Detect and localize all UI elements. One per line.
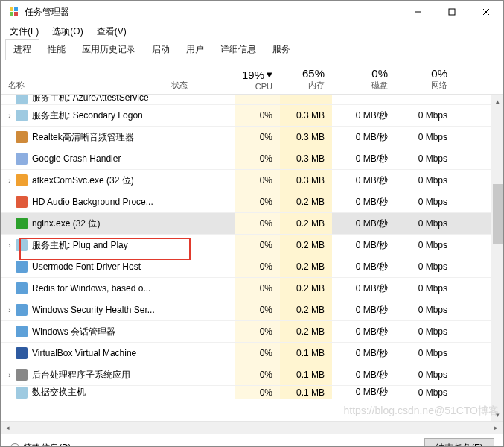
- process-row[interactable]: Usermode Font Driver Host0%0.2 MB0 MB/秒0…: [1, 256, 503, 278]
- process-disk: 0 MB/秒: [332, 148, 395, 169]
- process-cpu: 0%: [235, 299, 280, 320]
- process-network: 0 Mbps: [395, 213, 455, 234]
- chevron-up-icon: ˄: [10, 443, 20, 448]
- menu-bar: 文件(F) 选项(O) 查看(V): [1, 23, 503, 39]
- maximize-button[interactable]: [435, 1, 469, 23]
- process-disk: 0 MB/秒: [332, 386, 395, 399]
- process-row[interactable]: ›服务主机: Plug and Play0%0.2 MB0 MB/秒0 Mbps: [1, 235, 503, 256]
- process-row[interactable]: HD Audio Background Proce...0%0.2 MB0 MB…: [1, 191, 503, 213]
- process-row[interactable]: Redis for Windows, based o...0%0.2 MB0 M…: [1, 278, 503, 299]
- fewer-details-button[interactable]: ˄ 简略信息(D): [10, 442, 71, 447]
- tab-2[interactable]: 应用历史记录: [74, 39, 144, 60]
- process-name: VirtualBox Virtual Machine: [32, 348, 136, 358]
- expand-icon[interactable]: ›: [5, 177, 14, 185]
- horizontal-scrollbar[interactable]: ◂ ▸: [1, 421, 503, 434]
- col-status[interactable]: 状态: [168, 65, 235, 94]
- process-memory: 0.3 MB: [280, 148, 332, 169]
- process-name: 服务主机: Plug and Play: [32, 239, 128, 252]
- menu-options[interactable]: 选项(O): [49, 24, 86, 39]
- process-cpu: 0%: [235, 170, 280, 191]
- process-icon: [16, 369, 28, 381]
- expand-icon[interactable]: ›: [5, 112, 14, 120]
- vertical-scrollbar[interactable]: ▴ ▾: [491, 95, 503, 421]
- process-cpu: 0%: [235, 213, 280, 234]
- minimize-button[interactable]: [401, 1, 435, 23]
- process-row[interactable]: Google Crash Handler0%0.3 MB0 MB/秒0 Mbps: [1, 148, 503, 170]
- process-row[interactable]: 数据交换主机0%0.1 MB0 MB/秒0 Mbps: [1, 386, 503, 399]
- process-name: Windows 会话管理器: [32, 326, 115, 338]
- process-name: Google Crash Handler: [32, 153, 121, 164]
- tab-4[interactable]: 用户: [178, 39, 212, 60]
- tab-6[interactable]: 服务: [264, 39, 299, 60]
- process-network: 0 Mbps: [395, 148, 455, 169]
- process-cpu: 0%: [235, 235, 280, 256]
- process-row[interactable]: nginx.exe (32 位)0%0.2 MB0 MB/秒0 Mbps: [1, 213, 503, 235]
- process-icon: [16, 347, 28, 359]
- menu-file[interactable]: 文件(F): [7, 24, 42, 39]
- process-row[interactable]: ›服务主机: Secondary Logon0%0.3 MB0 MB/秒0 Mb…: [1, 105, 503, 127]
- process-network: 0 Mbps: [395, 127, 455, 148]
- tab-5[interactable]: 详细信息: [212, 39, 264, 60]
- process-cpu: 0%: [235, 105, 280, 126]
- scroll-left-button[interactable]: ◂: [2, 424, 13, 431]
- process-row[interactable]: Realtek高清晰音频管理器0%0.3 MB0 MB/秒0 Mbps: [1, 127, 503, 148]
- process-network: 0 Mbps: [395, 386, 455, 399]
- close-button[interactable]: [469, 1, 503, 23]
- col-name[interactable]: 名称: [1, 65, 168, 94]
- title-bar: 任务管理器: [1, 1, 503, 23]
- expand-icon[interactable]: ›: [5, 306, 14, 314]
- tab-0[interactable]: 进程: [5, 39, 39, 60]
- process-memory: 0.3 MB: [280, 105, 332, 126]
- process-memory: [280, 95, 332, 104]
- col-memory[interactable]: 65%内存: [280, 65, 332, 94]
- scrollbar-thumb[interactable]: [493, 184, 503, 244]
- tab-1[interactable]: 性能: [39, 39, 74, 60]
- col-network[interactable]: 0%网络: [395, 65, 455, 94]
- process-network: [395, 95, 455, 104]
- column-headers: 名称 状态 19%▾ CPU 65%内存 0%磁盘 0%网络: [1, 65, 503, 95]
- process-cpu: 0%: [235, 386, 280, 399]
- col-disk[interactable]: 0%磁盘: [332, 65, 395, 94]
- process-disk: 0 MB/秒: [332, 191, 395, 212]
- process-cpu: 0%: [235, 278, 280, 299]
- process-name: Windows Security Health Ser...: [32, 305, 155, 315]
- process-disk: 0 MB/秒: [332, 213, 395, 234]
- process-icon: [16, 387, 28, 399]
- process-row[interactable]: ›后台处理程序子系统应用0%0.1 MB0 MB/秒0 Mbps: [1, 364, 503, 386]
- process-disk: 0 MB/秒: [332, 299, 395, 320]
- process-row[interactable]: Windows 会话管理器0%0.2 MB0 MB/秒0 Mbps: [1, 321, 503, 343]
- scroll-down-button[interactable]: ▾: [491, 408, 503, 421]
- col-cpu[interactable]: 19%▾ CPU: [235, 65, 280, 94]
- process-row[interactable]: 服务主机: AzureAttestService: [1, 95, 503, 105]
- process-disk: 0 MB/秒: [332, 105, 395, 126]
- process-row[interactable]: VirtualBox Virtual Machine0%0.1 MB0 MB/秒…: [1, 343, 503, 364]
- process-name: 服务主机: AzureAttestService: [32, 95, 149, 104]
- process-cpu: 0%: [235, 343, 280, 364]
- process-disk: 0 MB/秒: [332, 343, 395, 364]
- process-name: nginx.exe (32 位): [32, 218, 100, 230]
- process-list[interactable]: 服务主机: AzureAttestService›服务主机: Secondary…: [1, 95, 503, 421]
- process-disk: 0 MB/秒: [332, 278, 395, 299]
- process-name: 后台处理程序子系统应用: [32, 369, 130, 381]
- process-memory: 0.2 MB: [280, 278, 332, 299]
- process-cpu: 0%: [235, 127, 280, 148]
- scroll-up-button[interactable]: ▴: [491, 95, 503, 107]
- scroll-right-button[interactable]: ▸: [491, 424, 502, 431]
- end-task-button[interactable]: 结束任务(E): [424, 438, 494, 447]
- process-memory: 0.1 MB: [280, 343, 332, 364]
- process-icon: [16, 110, 28, 121]
- menu-view[interactable]: 查看(V): [94, 24, 130, 39]
- process-network: 0 Mbps: [395, 343, 455, 364]
- process-disk: 0 MB/秒: [332, 364, 395, 385]
- expand-icon[interactable]: ›: [5, 241, 14, 250]
- process-name: Usermode Font Driver Host: [32, 261, 141, 272]
- expand-icon[interactable]: ›: [5, 371, 14, 379]
- process-memory: 0.2 MB: [280, 256, 332, 277]
- process-network: 0 Mbps: [395, 235, 455, 256]
- process-memory: 0.1 MB: [280, 386, 332, 399]
- process-icon: [16, 326, 28, 337]
- process-row[interactable]: ›atkexComSvc.exe (32 位)0%0.3 MB0 MB/秒0 M…: [1, 170, 503, 191]
- tab-3[interactable]: 启动: [144, 39, 178, 60]
- process-memory: 0.3 MB: [280, 127, 332, 148]
- process-row[interactable]: ›Windows Security Health Ser...0%0.2 MB0…: [1, 299, 503, 321]
